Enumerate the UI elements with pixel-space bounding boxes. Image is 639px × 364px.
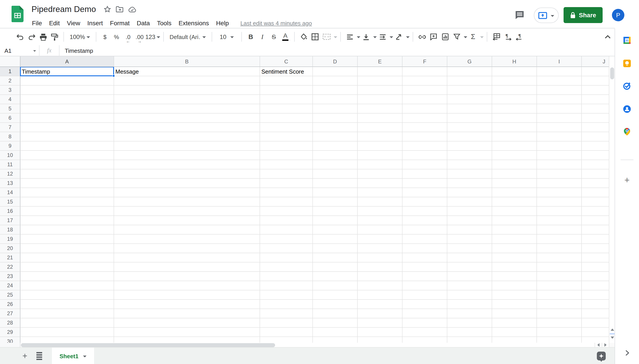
cell-G21[interactable] xyxy=(447,253,492,262)
cell-B13[interactable] xyxy=(114,179,260,188)
cell-I8[interactable] xyxy=(537,132,582,142)
row-header-2[interactable]: 2 xyxy=(0,76,21,86)
cell-H6[interactable] xyxy=(492,114,537,123)
cell-I25[interactable] xyxy=(537,290,582,300)
row-header-17[interactable]: 17 xyxy=(0,216,21,225)
cell-H28[interactable] xyxy=(492,318,537,328)
cell-E6[interactable] xyxy=(358,114,403,123)
text-wrap-button[interactable] xyxy=(377,32,388,42)
show-side-panel-chevron[interactable] xyxy=(622,348,631,357)
cell-B17[interactable] xyxy=(114,216,260,225)
cell-F7[interactable] xyxy=(403,123,447,132)
cell-A18[interactable] xyxy=(21,225,114,234)
row-header-10[interactable]: 10 xyxy=(0,151,21,160)
cell-A24[interactable] xyxy=(21,281,114,290)
cell-I20[interactable] xyxy=(537,244,582,253)
cell-A27[interactable] xyxy=(21,309,114,318)
menu-view[interactable]: View xyxy=(63,18,84,28)
column-header-G[interactable]: G xyxy=(447,56,492,67)
cell-D19[interactable] xyxy=(313,234,358,244)
cell-G10[interactable] xyxy=(447,151,492,160)
cell-B26[interactable] xyxy=(114,300,260,309)
redo-button[interactable] xyxy=(26,32,37,42)
row-header-30[interactable]: 30 xyxy=(0,337,21,343)
cell-G28[interactable] xyxy=(447,318,492,328)
cell-H30[interactable] xyxy=(492,337,537,343)
cell-A13[interactable] xyxy=(21,179,114,188)
cell-G29[interactable] xyxy=(447,328,492,337)
cell-J29[interactable] xyxy=(582,328,609,337)
row-header-11[interactable]: 11 xyxy=(0,160,21,169)
cell-D14[interactable] xyxy=(313,188,358,197)
menu-extensions[interactable]: Extensions xyxy=(175,18,213,28)
cell-G13[interactable] xyxy=(447,179,492,188)
scroll-up-button[interactable] xyxy=(609,326,615,333)
strikethrough-button[interactable]: S xyxy=(268,32,279,42)
menu-insert[interactable]: Insert xyxy=(84,18,107,28)
maps-icon[interactable] xyxy=(623,128,631,136)
row-header-5[interactable]: 5 xyxy=(0,104,21,114)
row-header-13[interactable]: 13 xyxy=(0,179,21,188)
cell-I23[interactable] xyxy=(537,272,582,281)
cell-E5[interactable] xyxy=(358,104,403,114)
cell-G5[interactable] xyxy=(447,104,492,114)
cell-E23[interactable] xyxy=(358,272,403,281)
cell-C3[interactable] xyxy=(260,86,313,95)
cell-C1[interactable]: Sentiment Score xyxy=(260,67,313,76)
cell-J16[interactable] xyxy=(582,206,609,216)
share-button[interactable]: Share xyxy=(563,7,603,23)
vertical-scrollbar[interactable] xyxy=(609,56,614,343)
cell-C16[interactable] xyxy=(260,206,313,216)
cell-E2[interactable] xyxy=(358,76,403,86)
cell-H3[interactable] xyxy=(492,86,537,95)
row-header-4[interactable]: 4 xyxy=(0,95,21,104)
cell-I7[interactable] xyxy=(537,123,582,132)
cell-J7[interactable] xyxy=(582,123,609,132)
cell-F18[interactable] xyxy=(403,225,447,234)
cell-D11[interactable] xyxy=(313,160,358,169)
cell-C12[interactable] xyxy=(260,169,313,179)
cell-E24[interactable] xyxy=(358,281,403,290)
cell-I21[interactable] xyxy=(537,253,582,262)
row-header-27[interactable]: 27 xyxy=(0,309,21,318)
column-header-D[interactable]: D xyxy=(313,56,358,67)
cell-G20[interactable] xyxy=(447,244,492,253)
cell-D2[interactable] xyxy=(313,76,358,86)
present-button[interactable] xyxy=(534,8,559,23)
cell-B4[interactable] xyxy=(114,95,260,104)
cell-A10[interactable] xyxy=(21,151,114,160)
cell-F19[interactable] xyxy=(403,234,447,244)
row-header-23[interactable]: 23 xyxy=(0,272,21,281)
cell-H13[interactable] xyxy=(492,179,537,188)
cell-B21[interactable] xyxy=(114,253,260,262)
cell-F22[interactable] xyxy=(403,262,447,272)
sheet-tab-active[interactable]: Sheet1 xyxy=(52,348,94,364)
cell-C15[interactable] xyxy=(260,197,313,206)
format-percent-button[interactable]: % xyxy=(111,32,122,42)
row-header-9[interactable]: 9 xyxy=(0,142,21,151)
name-box[interactable]: A1 xyxy=(0,47,39,54)
sheet-direction-button[interactable] xyxy=(490,32,502,42)
cell-D17[interactable] xyxy=(313,216,358,225)
cell-E25[interactable] xyxy=(358,290,403,300)
cell-I22[interactable] xyxy=(537,262,582,272)
cell-B16[interactable] xyxy=(114,206,260,216)
cell-J12[interactable] xyxy=(582,169,609,179)
format-currency-button[interactable]: $ xyxy=(99,32,111,42)
cell-H10[interactable] xyxy=(492,151,537,160)
cell-F17[interactable] xyxy=(403,216,447,225)
cell-G27[interactable] xyxy=(447,309,492,318)
cell-A7[interactable] xyxy=(21,123,114,132)
cell-D1[interactable] xyxy=(313,67,358,76)
cell-F25[interactable] xyxy=(403,290,447,300)
cell-I4[interactable] xyxy=(537,95,582,104)
cell-J15[interactable] xyxy=(582,197,609,206)
cell-E1[interactable] xyxy=(358,67,403,76)
cell-D20[interactable] xyxy=(313,244,358,253)
cell-F27[interactable] xyxy=(403,309,447,318)
cell-E10[interactable] xyxy=(358,151,403,160)
create-filter-button[interactable] xyxy=(451,32,462,42)
cell-C19[interactable] xyxy=(260,234,313,244)
cell-G25[interactable] xyxy=(447,290,492,300)
cell-J20[interactable] xyxy=(582,244,609,253)
